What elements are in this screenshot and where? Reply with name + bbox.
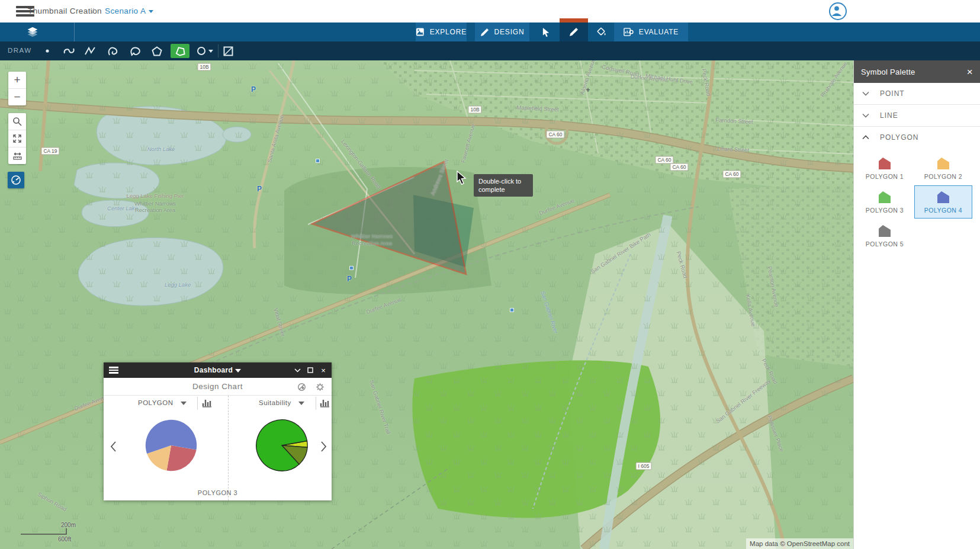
layers-button[interactable] bbox=[0, 23, 65, 41]
road-shield-badge: I 605 bbox=[636, 463, 652, 470]
symbol-palette-header: Symbol Palette × bbox=[854, 60, 980, 83]
tool-curve[interactable] bbox=[62, 44, 77, 58]
explore-map-icon bbox=[416, 27, 425, 37]
breadcrumb-separator: / bbox=[92, 7, 94, 15]
layers-icon bbox=[27, 26, 38, 38]
polygon-symbol-item[interactable]: POLYGON 3 bbox=[856, 185, 914, 219]
pie-slice bbox=[166, 445, 196, 471]
polygon-swatch-icon bbox=[937, 191, 950, 204]
draw-toolbar-label: DRAW bbox=[8, 47, 32, 54]
dashboard-window: Dashboard × Design Chart POLYGON Suitabi… bbox=[104, 362, 332, 500]
polygon-swatch-icon bbox=[937, 157, 950, 170]
polygon-symbol-item[interactable]: POLYGON 5 bbox=[856, 219, 914, 252]
minimize-button[interactable] bbox=[293, 365, 302, 375]
chevron-down-icon bbox=[149, 10, 153, 13]
visibility-toggle-icon[interactable] bbox=[297, 383, 306, 391]
polygon-symbol-label: POLYGON 1 bbox=[866, 173, 904, 180]
tool-planarize[interactable] bbox=[220, 44, 236, 58]
polygon-symbol-item[interactable]: POLYGON 4 bbox=[914, 185, 972, 219]
road-shield-badge: CA 60 bbox=[546, 131, 564, 139]
tool-polyline[interactable] bbox=[82, 44, 98, 58]
cursor-arrow-icon bbox=[542, 27, 551, 37]
section-line[interactable]: LINE bbox=[854, 105, 980, 127]
chevron-down-icon bbox=[298, 402, 304, 405]
tool-draw-pencil-active[interactable] bbox=[560, 23, 588, 41]
close-icon[interactable]: × bbox=[967, 67, 973, 77]
polygon-symbol-item[interactable]: POLYGON 2 bbox=[914, 152, 972, 185]
tool-ellipse[interactable] bbox=[194, 44, 216, 58]
vertex-handle[interactable] bbox=[349, 266, 354, 270]
carousel-next-chevron[interactable] bbox=[320, 441, 327, 452]
map-label: Whittier Narrows bbox=[351, 233, 393, 239]
zoom-in-button[interactable]: + bbox=[8, 72, 26, 88]
chevron-down-icon bbox=[862, 113, 869, 118]
default-extent-button[interactable] bbox=[8, 130, 26, 147]
section-polygon[interactable]: POLYGON bbox=[854, 127, 980, 148]
road-shield-badge: CA 60 bbox=[722, 171, 741, 178]
tool-polygon-active[interactable] bbox=[171, 44, 189, 58]
zoom-out-button[interactable]: − bbox=[8, 88, 26, 105]
bar-chart-icon[interactable] bbox=[202, 398, 213, 407]
chevron-down-icon bbox=[208, 50, 213, 53]
breadcrumb-scenario[interactable]: Scenario A bbox=[105, 7, 153, 15]
maximize-button[interactable] bbox=[306, 365, 315, 375]
bar-chart-icon[interactable] bbox=[320, 398, 330, 407]
symbol-palette-panel: Symbol Palette × POINT LINE POLYGON POLY… bbox=[853, 60, 980, 549]
draw-tooltip: Double-click to complete bbox=[474, 174, 533, 197]
vertex-handle[interactable] bbox=[510, 308, 514, 312]
mouse-cursor bbox=[456, 171, 469, 186]
chevron-down-icon bbox=[235, 369, 241, 373]
polygon-symbol-label: POLYGON 2 bbox=[924, 173, 962, 180]
tool-freehand-line[interactable] bbox=[106, 44, 121, 58]
user-avatar[interactable] bbox=[829, 2, 847, 20]
tool-select-cursor[interactable] bbox=[533, 23, 560, 41]
parking-marker: P bbox=[347, 275, 352, 283]
main-nav-bar: EXPLORE DESIGN EVALUATE bbox=[0, 23, 980, 41]
tab-evaluate[interactable]: EVALUATE bbox=[614, 23, 688, 41]
tab-explore[interactable]: EXPLORE bbox=[416, 23, 467, 41]
chart-panel-divider bbox=[228, 396, 229, 500]
scale-imperial: 600ft bbox=[58, 536, 71, 542]
map-label: Center Lake bbox=[107, 205, 138, 211]
tab-design[interactable]: DESIGN bbox=[475, 23, 529, 41]
section-point[interactable]: POINT bbox=[854, 83, 980, 105]
left-chart-dropdown[interactable]: POLYGON bbox=[138, 399, 187, 406]
polygon-symbol-item[interactable]: POLYGON 1 bbox=[856, 152, 914, 185]
map-tools bbox=[8, 113, 26, 164]
road-shield-badge: 10B bbox=[197, 63, 211, 71]
scale-metric: 200m bbox=[61, 522, 76, 528]
symbol-palette-title: Symbol Palette bbox=[861, 68, 915, 76]
polygon-pie-chart bbox=[144, 419, 198, 472]
parking-marker: P bbox=[251, 85, 256, 94]
extent-arrows-icon bbox=[12, 134, 22, 143]
polygon-swatch-icon bbox=[878, 157, 891, 170]
section-polygon-label: POLYGON bbox=[880, 133, 918, 142]
polygon-symbol-grid: POLYGON 1POLYGON 2POLYGON 3POLYGON 4POLY… bbox=[854, 148, 980, 256]
carousel-prev-chevron[interactable] bbox=[110, 441, 117, 452]
close-icon[interactable]: × bbox=[319, 365, 328, 375]
tool-paint-fill[interactable] bbox=[588, 23, 614, 41]
settings-gear-icon[interactable] bbox=[316, 383, 324, 391]
vertex-handle[interactable] bbox=[316, 159, 320, 163]
measure-button[interactable] bbox=[8, 147, 26, 164]
right-chart-dropdown[interactable]: Suitability bbox=[259, 399, 304, 406]
tool-point[interactable] bbox=[40, 44, 55, 58]
tool-autocomplete-polygon[interactable] bbox=[149, 44, 165, 58]
tool-freehand-polygon[interactable] bbox=[128, 44, 143, 58]
measure-icon bbox=[12, 152, 23, 160]
polygon-swatch-icon bbox=[878, 224, 891, 237]
dashboard-titlebar[interactable]: Dashboard × bbox=[104, 362, 332, 378]
chevron-up-icon bbox=[862, 135, 869, 140]
draw-toolbar: DRAW Snapping bbox=[0, 41, 980, 60]
road-shield-badge: 10B bbox=[468, 106, 481, 114]
parking-marker: P bbox=[257, 185, 262, 193]
map-label: Legg Lake bbox=[165, 281, 191, 288]
breadcrumb-project[interactable]: Thumbnail Creation bbox=[28, 7, 102, 15]
tab-explore-label: EXPLORE bbox=[430, 28, 467, 36]
evaluate-report-icon bbox=[624, 27, 634, 37]
dashboard-toggle-button[interactable] bbox=[8, 172, 24, 188]
section-line-label: LINE bbox=[880, 111, 898, 120]
map-label: Legg Lake Fishing Pier bbox=[126, 192, 184, 199]
search-button[interactable] bbox=[8, 113, 26, 130]
top-bar: Thumbnail Creation / Scenario A bbox=[0, 0, 980, 23]
